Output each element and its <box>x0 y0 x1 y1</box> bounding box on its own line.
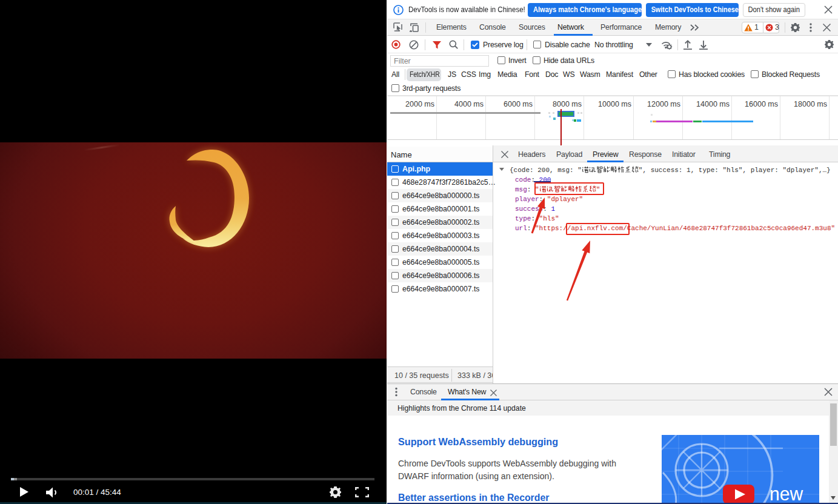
svg-text:new: new <box>770 483 803 504</box>
